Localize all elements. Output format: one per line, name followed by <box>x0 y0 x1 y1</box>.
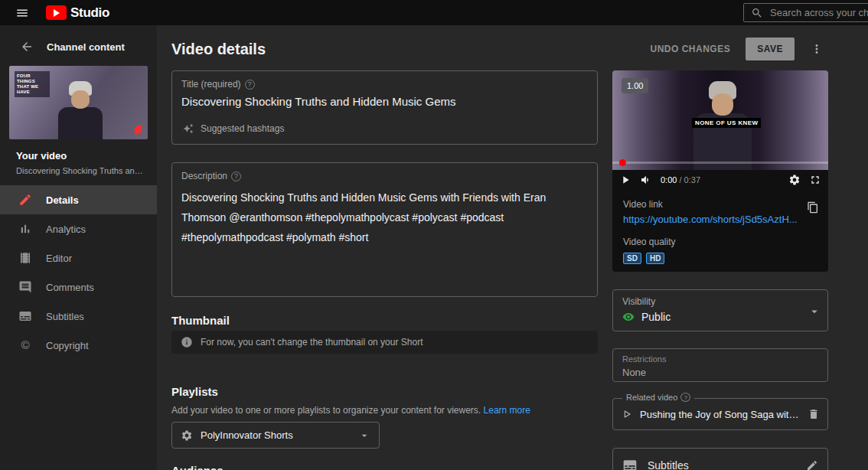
hd-badge[interactable]: HD <box>646 253 664 264</box>
youtube-studio-video-details-page: Studio Channel content FOUR THINGS THAT … <box>0 0 868 470</box>
play-icon[interactable] <box>619 174 631 186</box>
copyright-icon: © <box>18 338 32 352</box>
sidebar-item-label: Details <box>46 194 79 206</box>
settings-icon[interactable] <box>788 174 801 186</box>
studio-logo[interactable]: Studio <box>46 5 109 21</box>
visibility-dropdown[interactable]: Visibility Public <box>612 289 828 331</box>
help-icon[interactable]: ? <box>245 80 255 90</box>
thumbnail-section-heading: Thumbnail <box>171 314 230 327</box>
subtitles-field[interactable]: Subtitles <box>612 448 828 470</box>
time-duration: / 0:37 <box>679 175 700 184</box>
undo-changes-button[interactable]: UNDO CHANGES <box>651 44 731 54</box>
topbar: Studio <box>0 0 868 25</box>
playlists-description-text: Add your video to one or more playlists … <box>171 405 481 416</box>
pencil-icon <box>18 193 32 207</box>
progress-bar[interactable] <box>612 162 828 164</box>
video-quality-label: Video quality <box>623 237 817 247</box>
search-box[interactable] <box>743 3 868 22</box>
more-options-icon[interactable] <box>810 42 824 56</box>
restrictions-field: Restrictions None <box>612 348 828 382</box>
player-info: Video link https://youtube.com/shorts/jS… <box>612 189 828 272</box>
copy-icon[interactable] <box>807 201 819 214</box>
video-preview[interactable]: NONE OF US KNEW 1.00 <box>612 70 828 170</box>
analytics-icon <box>18 222 32 236</box>
playhead[interactable] <box>619 159 626 166</box>
sidebar-item-label: Comments <box>46 282 94 293</box>
suggested-hashtags-label: Suggested hashtags <box>201 123 284 134</box>
quality-badges: SD HD <box>623 253 817 264</box>
title-field-label-row: Title (required) ? <box>181 79 588 90</box>
sidebar-item-label: Copyright <box>46 340 89 351</box>
playlists-dropdown[interactable]: PolyInnovator Shorts <box>171 422 380 449</box>
sidebar-item-analytics[interactable]: Analytics <box>0 214 157 243</box>
fullscreen-icon[interactable] <box>809 174 821 186</box>
title-field-box[interactable]: Title (required) ? Suggested hashtags <box>171 70 598 145</box>
subtitles-icon <box>622 458 638 470</box>
save-button[interactable]: SAVE <box>746 38 795 60</box>
title-field-label: Title (required) <box>181 79 241 90</box>
thumbnail-person-body <box>58 107 103 139</box>
help-icon[interactable]: ? <box>680 393 690 402</box>
visibility-label: Visibility <box>622 296 818 307</box>
page-header: Video details UNDO CHANGES SAVE <box>171 38 824 60</box>
subtitles-card-label: Subtitles <box>648 459 796 470</box>
sparkle-icon <box>183 123 194 134</box>
sidebar-nav: Details Analytics Editor Comments Subtit… <box>0 185 157 360</box>
sidebar-item-editor[interactable]: Editor <box>0 243 157 273</box>
time-current: 0:00 <box>661 175 677 184</box>
volume-icon[interactable] <box>640 174 652 186</box>
sd-badge[interactable]: SD <box>623 253 641 264</box>
menu-icon[interactable] <box>15 6 29 20</box>
video-thumbnail[interactable]: FOUR THINGS THAT WE HAVE <box>9 66 148 139</box>
video-link-label: Video link <box>623 199 817 210</box>
studio-brand-text: Studio <box>70 5 109 21</box>
search-icon <box>751 7 763 19</box>
edit-pencil-icon[interactable] <box>806 459 818 470</box>
page-title: Video details <box>171 41 266 58</box>
sidebar-item-label: Editor <box>46 253 72 264</box>
back-arrow-icon[interactable] <box>20 40 34 54</box>
subtitles-icon <box>18 309 32 323</box>
sidebar-item-comments[interactable]: Comments <box>0 273 157 302</box>
comments-icon <box>18 280 32 294</box>
sidebar-item-subtitles[interactable]: Subtitles <box>0 302 157 331</box>
title-input[interactable] <box>181 95 588 108</box>
description-field-box[interactable]: Description ? Discovering Shocking Truth… <box>171 162 598 297</box>
back-to-channel-content[interactable]: Channel content <box>0 25 157 64</box>
video-player-card: NONE OF US KNEW 1.00 0:00 / 0:37 Video l… <box>612 70 828 272</box>
trash-icon[interactable] <box>808 408 820 420</box>
public-eye-icon <box>622 311 635 323</box>
suggested-hashtags-button[interactable]: Suggested hashtags <box>183 123 284 134</box>
play-outline-icon <box>621 408 633 420</box>
editor-icon <box>18 251 32 265</box>
related-video-title: Pushing the Joy of Song Saga with E... <box>640 409 801 420</box>
visibility-value: Public <box>641 311 671 323</box>
header-actions: UNDO CHANGES SAVE <box>651 38 824 60</box>
related-video-field[interactable]: Related video ? Pushing the Joy of Song … <box>612 398 828 430</box>
info-icon <box>181 336 193 348</box>
thumbnail-info-text: For now, you can't change the thumbnail … <box>201 337 423 348</box>
description-field-label-row: Description ? <box>181 171 588 181</box>
restrictions-label: Restrictions <box>622 354 818 364</box>
sidebar-video-title: Discovering Shocking Truths and Hi... <box>0 162 157 175</box>
help-icon[interactable]: ? <box>231 171 241 181</box>
sidebar-item-details[interactable]: Details <box>0 185 157 214</box>
sidebar-item-label: Subtitles <box>46 311 84 322</box>
description-input[interactable]: Discovering Shocking Truths and Hidden M… <box>181 188 588 247</box>
search-input[interactable] <box>770 7 868 18</box>
description-field-label: Description <box>181 171 227 181</box>
thumbnail-info-bar: For now, you can't change the thumbnail … <box>171 331 598 354</box>
learn-more-link[interactable]: Learn more <box>484 405 530 416</box>
video-overlay-caption: NONE OF US KNEW <box>692 118 761 128</box>
player-person-face <box>712 93 733 116</box>
sidebar-item-label: Analytics <box>46 224 86 235</box>
back-label: Channel content <box>47 41 125 53</box>
thumbnail-person-face <box>71 90 90 109</box>
playlists-dropdown-value: PolyInnovator Shorts <box>201 429 351 441</box>
chevron-down-icon <box>808 305 821 318</box>
sidebar-item-copyright[interactable]: © Copyright <box>0 331 157 360</box>
shorts-icon <box>132 124 144 135</box>
video-link-url[interactable]: https://youtube.com/shorts/jSd5sAztH... <box>623 214 801 225</box>
your-video-label: Your video <box>0 139 157 162</box>
player-controls: 0:00 / 0:37 <box>612 170 828 189</box>
